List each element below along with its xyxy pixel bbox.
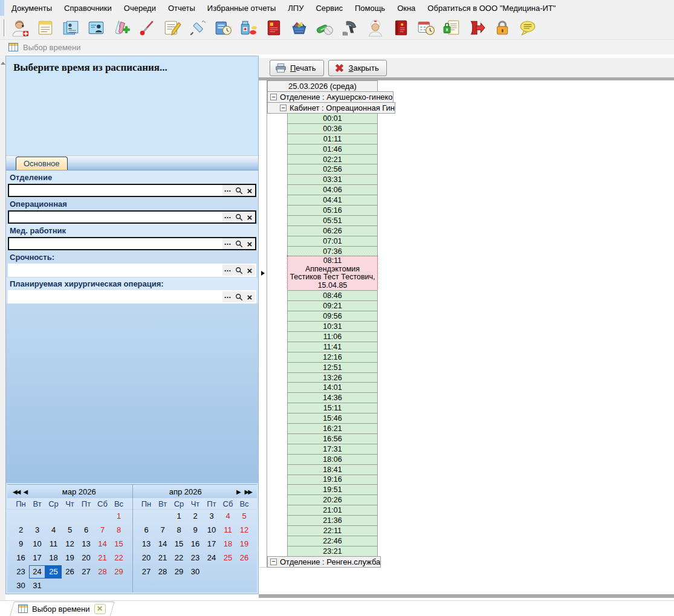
- time-slot[interactable]: 09:56: [287, 311, 378, 322]
- time-slot[interactable]: 04:41: [287, 195, 378, 206]
- day-cell[interactable]: 4: [45, 524, 62, 537]
- day-cell[interactable]: 25: [45, 565, 62, 579]
- menu-item-5[interactable]: ЛПУ: [282, 1, 309, 15]
- time-slot[interactable]: 02:56: [287, 164, 378, 175]
- fast-prev-icon[interactable]: ◀◀: [11, 488, 21, 495]
- time-slot[interactable]: 09:21: [287, 300, 378, 311]
- time-slot[interactable]: 11:41: [287, 342, 378, 352]
- day-cell[interactable]: 28: [94, 565, 111, 579]
- ellipsis-button[interactable]: …: [222, 185, 233, 196]
- fast-next-icon[interactable]: ▶▶: [243, 488, 253, 495]
- day-cell[interactable]: 2: [187, 510, 204, 523]
- collapse-icon[interactable]: [270, 94, 277, 100]
- time-slot[interactable]: 14:01: [287, 382, 378, 393]
- time-slot[interactable]: 12:16: [287, 352, 378, 363]
- day-cell[interactable]: 12: [236, 524, 253, 537]
- day-cell[interactable]: 26: [236, 551, 253, 565]
- day-cell[interactable]: 24: [29, 565, 45, 579]
- day-cell[interactable]: 6: [138, 524, 155, 537]
- day-cell[interactable]: 27: [138, 565, 155, 579]
- red-book-icon[interactable]: [390, 17, 411, 39]
- tree-row-department-2[interactable]: Отделение : Ренген.служба: [267, 556, 381, 568]
- field-input-0[interactable]: [9, 185, 222, 196]
- exit-icon[interactable]: [467, 17, 487, 39]
- day-cell[interactable]: 6: [78, 524, 94, 537]
- day-cell[interactable]: 27: [78, 565, 94, 579]
- time-slot[interactable]: 22:11: [287, 525, 378, 536]
- tab-close-icon[interactable]: ✕: [94, 604, 106, 614]
- day-cell[interactable]: 24: [204, 551, 220, 565]
- day-cell[interactable]: 10: [204, 524, 220, 537]
- day-cell[interactable]: 10: [29, 537, 45, 551]
- document-tab-vybor-vremeni[interactable]: Выбор времени ✕: [10, 601, 111, 616]
- day-cell[interactable]: 11: [45, 537, 62, 551]
- field-input-4[interactable]: [9, 291, 222, 302]
- field-input-2[interactable]: [9, 238, 222, 249]
- clear-icon[interactable]: ×: [244, 238, 255, 249]
- day-cell[interactable]: 1: [171, 510, 187, 523]
- tree-row-cabinet[interactable]: Кабинет : Опреационная Гин: [267, 102, 395, 114]
- menu-item-1[interactable]: Справочники: [58, 1, 118, 15]
- clear-icon[interactable]: ×: [244, 265, 255, 276]
- day-cell[interactable]: 19: [236, 537, 253, 551]
- time-slot[interactable]: 15:11: [287, 403, 378, 413]
- day-cell[interactable]: 23: [187, 551, 204, 565]
- time-slot[interactable]: 13:26: [287, 372, 378, 383]
- day-cell[interactable]: 13: [138, 537, 155, 551]
- pills-icon[interactable]: [314, 17, 335, 39]
- time-slot[interactable]: 18:06: [287, 454, 378, 465]
- time-slot[interactable]: 01:11: [287, 134, 378, 144]
- day-cell[interactable]: 7: [155, 524, 171, 537]
- next-icon[interactable]: ▶: [235, 488, 243, 495]
- close-button[interactable]: Закрыть: [328, 60, 387, 76]
- day-cell[interactable]: 3: [29, 524, 45, 537]
- day-cell[interactable]: 14: [155, 537, 171, 551]
- day-cell[interactable]: 8: [171, 524, 187, 537]
- field-input-1[interactable]: [9, 212, 222, 222]
- search-icon[interactable]: [233, 185, 244, 196]
- time-slot[interactable]: 04:06: [287, 184, 378, 195]
- time-slot[interactable]: 15:46: [287, 413, 378, 424]
- day-cell[interactable]: 14: [94, 537, 111, 551]
- menu-item-7[interactable]: Помощь: [349, 1, 391, 15]
- collapse-icon[interactable]: [270, 559, 277, 565]
- time-slot[interactable]: 08:46: [287, 290, 378, 301]
- day-cell[interactable]: 29: [111, 565, 127, 579]
- document-list-icon[interactable]: [35, 17, 56, 39]
- day-cell[interactable]: 30: [13, 579, 29, 592]
- time-slot[interactable]: 07:36: [287, 246, 378, 257]
- search-icon[interactable]: [233, 238, 244, 249]
- day-cell[interactable]: 7: [94, 524, 111, 537]
- day-cell[interactable]: 30: [187, 565, 204, 579]
- time-slot[interactable]: 22:46: [287, 536, 378, 546]
- menu-item-9[interactable]: Обратиться в ООО "Медицина-ИТ": [421, 1, 562, 15]
- ellipsis-button[interactable]: …: [222, 291, 233, 302]
- print-button[interactable]: Печать: [270, 60, 324, 76]
- operator-icon[interactable]: [10, 17, 30, 39]
- day-cell[interactable]: 5: [62, 524, 78, 537]
- menu-item-3[interactable]: Отчеты: [162, 1, 201, 15]
- time-slot[interactable]: 20:26: [287, 494, 378, 505]
- menu-item-2[interactable]: Очереди: [118, 1, 162, 15]
- day-cell[interactable]: 21: [94, 551, 111, 565]
- time-slot[interactable]: 17:31: [287, 444, 378, 455]
- time-slot[interactable]: 16:56: [287, 433, 378, 444]
- time-slot[interactable]: 00:36: [287, 123, 378, 134]
- day-cell[interactable]: 22: [111, 551, 127, 565]
- time-slot[interactable]: 19:16: [287, 475, 378, 485]
- protected-document-icon[interactable]: [441, 17, 462, 39]
- time-slot[interactable]: 03:31: [287, 174, 378, 185]
- day-cell[interactable]: 18: [220, 537, 236, 551]
- day-cell[interactable]: 12: [62, 537, 78, 551]
- day-cell[interactable]: 11: [220, 524, 236, 537]
- day-cell[interactable]: 21: [155, 551, 171, 565]
- menu-item-0[interactable]: Документы: [5, 1, 58, 15]
- time-slot[interactable]: 23:21: [287, 546, 378, 557]
- clear-icon[interactable]: ×: [244, 291, 255, 302]
- schedule-folder-icon[interactable]: [213, 17, 233, 39]
- tab-osnovnoe[interactable]: Основное: [16, 157, 68, 170]
- day-cell[interactable]: 2: [13, 524, 29, 537]
- pill-basket-icon[interactable]: [289, 17, 309, 39]
- lab-tests-icon[interactable]: [111, 17, 132, 39]
- thermometer-icon[interactable]: [137, 17, 157, 39]
